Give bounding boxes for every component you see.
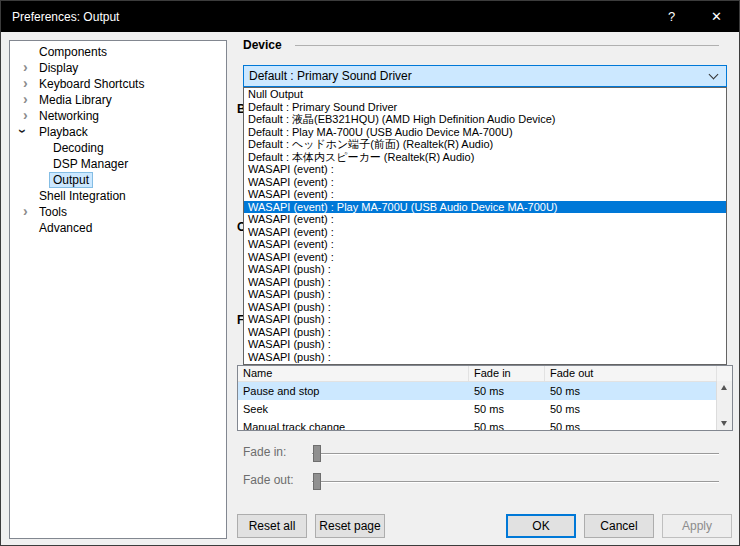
device-combobox-value: Default : Primary Sound Driver bbox=[249, 69, 412, 83]
dropdown-item[interactable]: WASAPI (push) : bbox=[244, 313, 726, 326]
table-row[interactable]: Manual track change 50 ms 50 ms bbox=[238, 418, 732, 431]
tree-item-label: Output bbox=[50, 173, 92, 187]
dropdown-item[interactable]: Default : 本体内スピーカー (Realtek(R) Audio) bbox=[244, 151, 726, 164]
dropdown-item-label: WASAPI (event) : bbox=[248, 226, 334, 238]
table-scrollbar[interactable] bbox=[716, 381, 732, 430]
device-dropdown-list: Null Output Default : Primary Sound Driv… bbox=[243, 87, 727, 365]
dropdown-item[interactable]: WASAPI (event) : Play MA-700U (USB Audio… bbox=[244, 201, 726, 214]
dropdown-item[interactable]: WASAPI (push) : bbox=[244, 301, 726, 314]
dropdown-item[interactable]: WASAPI (event) : bbox=[244, 188, 726, 201]
window-title: Preferences: Output bbox=[1, 10, 119, 24]
preferences-window: Preferences: Output ? ✕ Components Displ… bbox=[0, 0, 740, 546]
fade-in-slider-track[interactable] bbox=[312, 453, 719, 455]
preferences-tree: Components Display Keyboard Shortcuts Me… bbox=[9, 40, 227, 539]
dropdown-item[interactable]: Default : Primary Sound Driver bbox=[244, 101, 726, 114]
fade-in-slider-thumb[interactable] bbox=[313, 445, 321, 462]
table-header-label: Name bbox=[243, 367, 272, 379]
cell-name: Seek bbox=[238, 400, 469, 418]
dropdown-item[interactable]: WASAPI (event) : bbox=[244, 213, 726, 226]
tree-item-label: Shell Integration bbox=[36, 189, 129, 203]
fade-in-label: Fade in: bbox=[243, 445, 286, 459]
cell-fade-out: 50 ms bbox=[545, 382, 703, 400]
dropdown-item-label: Default : Play MA-700U (USB Audio Device… bbox=[248, 126, 513, 138]
table-header-cell[interactable]: Name bbox=[238, 366, 469, 381]
tree-item-label: Media Library bbox=[36, 93, 115, 107]
tree-item[interactable]: Display bbox=[10, 60, 226, 76]
cell-name: Pause and stop bbox=[238, 382, 469, 400]
dropdown-item-label: WASAPI (push) : bbox=[248, 338, 331, 350]
help-button[interactable]: ? bbox=[649, 1, 694, 32]
cell-fade-out: 50 ms bbox=[545, 418, 703, 431]
dropdown-item-label: Default : 本体内スピーカー (Realtek(R) Audio) bbox=[248, 151, 474, 163]
fade-out-slider-track[interactable] bbox=[312, 481, 719, 483]
tree-item[interactable]: Advanced bbox=[10, 220, 226, 236]
dropdown-item[interactable]: WASAPI (event) : bbox=[244, 238, 726, 251]
table-row[interactable]: Seek 50 ms 50 ms bbox=[238, 400, 732, 418]
tree-item[interactable]: Components bbox=[10, 44, 226, 60]
table-header-cell[interactable]: Fade in bbox=[469, 366, 545, 381]
tree-item[interactable]: DSP Manager bbox=[10, 156, 226, 172]
chevron-down-icon bbox=[709, 70, 719, 80]
fading-table: Name Fade in Fade out Pause and stop 50 … bbox=[237, 365, 733, 431]
scroll-down-icon[interactable] bbox=[721, 421, 727, 426]
dropdown-item-label: WASAPI (event) : bbox=[248, 163, 334, 175]
tree-item[interactable]: Networking bbox=[10, 108, 226, 124]
reset-page-button[interactable]: Reset page bbox=[315, 514, 385, 538]
fade-out-label: Fade out: bbox=[243, 473, 294, 487]
scroll-up-icon[interactable] bbox=[721, 385, 727, 390]
tree-item[interactable]: Playback bbox=[10, 124, 226, 140]
fading-table-body: Pause and stop 50 ms 50 ms Seek 50 ms 50… bbox=[238, 382, 732, 431]
ok-button[interactable]: OK bbox=[506, 514, 576, 538]
dropdown-item-label: WASAPI (push) : bbox=[248, 313, 331, 325]
reset-all-button[interactable]: Reset all bbox=[237, 514, 307, 538]
table-header-cell[interactable]: Fade out bbox=[545, 366, 717, 381]
tree-item[interactable]: Decoding bbox=[10, 140, 226, 156]
tree-item-label: Keyboard Shortcuts bbox=[36, 77, 147, 91]
close-button[interactable]: ✕ bbox=[694, 1, 739, 32]
fade-out-slider-thumb[interactable] bbox=[313, 473, 321, 490]
dropdown-item[interactable]: WASAPI (push) : bbox=[244, 263, 726, 276]
dropdown-item[interactable]: WASAPI (event) : bbox=[244, 251, 726, 264]
dropdown-item-label: WASAPI (push) : bbox=[248, 326, 331, 338]
dropdown-item[interactable]: WASAPI (event) : bbox=[244, 163, 726, 176]
tree-item-label: Decoding bbox=[50, 141, 107, 155]
device-section-rule bbox=[295, 45, 719, 46]
titlebar: Preferences: Output ? ✕ bbox=[1, 1, 739, 32]
dropdown-item[interactable]: WASAPI (event) : bbox=[244, 176, 726, 189]
dropdown-item[interactable]: WASAPI (push) : bbox=[244, 338, 726, 351]
dropdown-item[interactable]: Default : Play MA-700U (USB Audio Device… bbox=[244, 126, 726, 139]
cancel-button[interactable]: Cancel bbox=[584, 514, 654, 538]
fading-table-header: Name Fade in Fade out bbox=[238, 366, 732, 382]
tree-item-label: DSP Manager bbox=[50, 157, 131, 171]
table-header-label: Fade in bbox=[474, 367, 511, 379]
tree-item[interactable]: Tools bbox=[10, 204, 226, 220]
tree-item[interactable]: Output bbox=[10, 172, 226, 188]
tree-item[interactable]: Media Library bbox=[10, 92, 226, 108]
cell-fade-in: 50 ms bbox=[469, 418, 545, 431]
dropdown-item-label: WASAPI (push) : bbox=[248, 351, 331, 363]
dropdown-item[interactable]: WASAPI (push) : bbox=[244, 288, 726, 301]
dropdown-item-label: WASAPI (push) : bbox=[248, 263, 331, 275]
dropdown-item[interactable]: WASAPI (push) : bbox=[244, 326, 726, 339]
tree-item[interactable]: Keyboard Shortcuts bbox=[10, 76, 226, 92]
table-row[interactable]: Pause and stop 50 ms 50 ms bbox=[238, 382, 732, 400]
dropdown-item[interactable]: WASAPI (event) : bbox=[244, 226, 726, 239]
device-combobox[interactable]: Default : Primary Sound Driver bbox=[243, 65, 727, 87]
tree-item-label: Advanced bbox=[36, 221, 95, 235]
dropdown-item[interactable]: WASAPI (push) : bbox=[244, 351, 726, 364]
dropdown-item-label: Null Output bbox=[248, 88, 303, 100]
tree-item-label: Networking bbox=[36, 109, 102, 123]
tree-item-label: Display bbox=[36, 61, 81, 75]
dropdown-item[interactable]: Default : ヘッドホン端子(前面) (Realtek(R) Audio) bbox=[244, 138, 726, 151]
dropdown-item-label: WASAPI (event) : bbox=[248, 251, 334, 263]
dropdown-item-label: WASAPI (event) : Play MA-700U (USB Audio… bbox=[248, 201, 558, 213]
tree-item-label: Tools bbox=[36, 205, 70, 219]
tree-item[interactable]: Shell Integration bbox=[10, 188, 226, 204]
tree-item-label: Components bbox=[36, 45, 110, 59]
dropdown-item[interactable]: Default : 液晶(EB321HQU) (AMD High Definit… bbox=[244, 113, 726, 126]
dropdown-item-label: WASAPI (push) : bbox=[248, 301, 331, 313]
dropdown-item-label: Default : ヘッドホン端子(前面) (Realtek(R) Audio) bbox=[248, 138, 493, 150]
apply-button[interactable]: Apply bbox=[662, 514, 732, 538]
dropdown-item[interactable]: WASAPI (push) : bbox=[244, 276, 726, 289]
dropdown-item[interactable]: Null Output bbox=[244, 88, 726, 101]
